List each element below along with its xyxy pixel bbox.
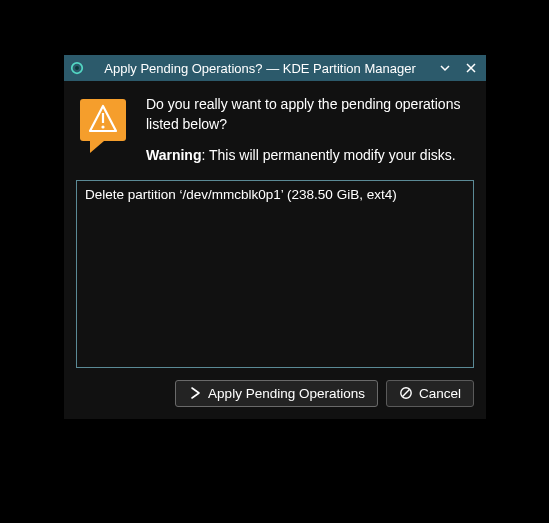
cancel-button-label: Cancel	[419, 386, 461, 401]
warning-icon	[76, 97, 130, 157]
window-title: Apply Pending Operations? — KDE Partitio…	[92, 61, 428, 76]
cancel-button[interactable]: Cancel	[386, 380, 474, 407]
close-icon[interactable]	[462, 59, 480, 77]
warning-label: Warning	[146, 147, 201, 163]
list-item[interactable]: Delete partition ‘/dev/mmcblk0p1’ (238.5…	[85, 187, 465, 202]
svg-point-1	[75, 66, 79, 70]
svg-line-6	[403, 390, 410, 397]
message-text: Do you really want to apply the pending …	[146, 95, 474, 166]
warning-rest: : This will permanently modify your disk…	[201, 147, 455, 163]
app-icon	[70, 61, 84, 75]
arrow-down-icon[interactable]	[436, 59, 454, 77]
apply-button[interactable]: Apply Pending Operations	[175, 380, 378, 407]
message-row: Do you really want to apply the pending …	[76, 95, 474, 166]
confirmation-dialog: Apply Pending Operations? — KDE Partitio…	[64, 55, 486, 419]
operations-list[interactable]: Delete partition ‘/dev/mmcblk0p1’ (238.5…	[76, 180, 474, 368]
window-titlebar: Apply Pending Operations? — KDE Partitio…	[64, 55, 486, 81]
svg-point-4	[101, 125, 104, 128]
warning-paragraph: Warning: This will permanently modify yo…	[146, 146, 474, 166]
dialog-body: Do you really want to apply the pending …	[64, 81, 486, 419]
question-text: Do you really want to apply the pending …	[146, 95, 474, 134]
button-row: Apply Pending Operations Cancel	[76, 380, 474, 407]
apply-button-label: Apply Pending Operations	[208, 386, 365, 401]
